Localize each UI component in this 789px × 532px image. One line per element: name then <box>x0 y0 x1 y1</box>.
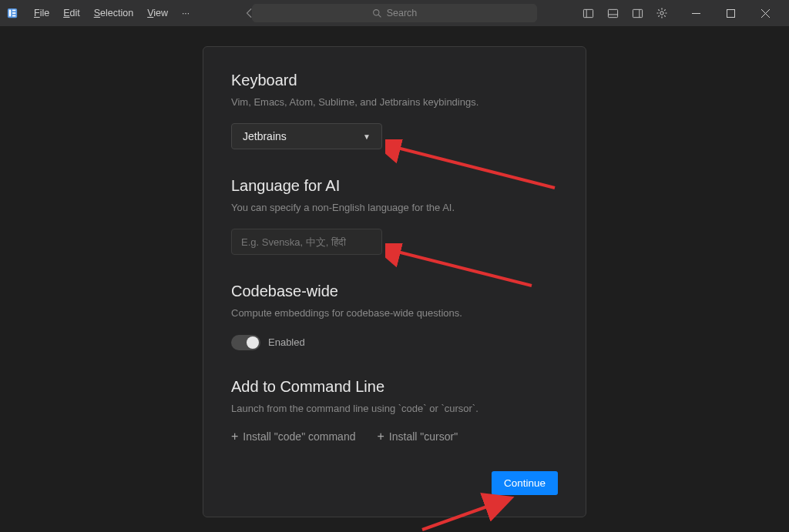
codebase-title: Codebase-wide <box>231 283 558 300</box>
install-code-label: Install "code" command <box>243 430 355 443</box>
svg-rect-2 <box>12 10 15 12</box>
language-input[interactable] <box>231 229 382 255</box>
search-placeholder: Search <box>387 8 418 18</box>
layout-panel-left-icon[interactable] <box>576 0 600 26</box>
plus-icon: + <box>231 430 238 443</box>
layout-panel-bottom-icon[interactable] <box>600 0 625 26</box>
chevron-down-icon: ▼ <box>363 132 371 141</box>
plus-icon: + <box>377 430 384 443</box>
menu-more[interactable]: ··· <box>176 5 196 22</box>
svg-rect-15 <box>727 9 735 17</box>
continue-button[interactable]: Continue <box>492 471 558 495</box>
titlebar-right <box>576 0 783 26</box>
section-cli: Add to Command Line Launch from the comm… <box>231 378 558 443</box>
install-cursor-button[interactable]: + Install "cursor" <box>377 430 458 443</box>
main-area: Keyboard Vim, Emacs, Atom, Sublime, and … <box>0 26 789 532</box>
search-icon <box>372 8 382 18</box>
install-code-button[interactable]: + Install "code" command <box>231 430 355 443</box>
keyboard-dropdown[interactable]: Jetbrains ▼ <box>231 123 382 149</box>
window-close[interactable] <box>748 0 783 26</box>
svg-rect-1 <box>9 10 12 17</box>
svg-rect-11 <box>633 9 642 17</box>
codebase-desc: Compute embeddings for codebase-wide que… <box>231 306 558 320</box>
cli-title: Add to Command Line <box>231 378 558 396</box>
keyboard-dropdown-value: Jetbrains <box>243 130 287 142</box>
keyboard-desc: Vim, Emacs, Atom, Sublime, and Jetbrains… <box>231 95 558 109</box>
window-maximize[interactable] <box>713 0 748 26</box>
language-title: Language for AI <box>231 177 558 195</box>
svg-rect-4 <box>12 15 15 17</box>
language-desc: You can specify a non-English language f… <box>231 201 558 215</box>
svg-rect-3 <box>12 12 15 14</box>
section-language: Language for AI You can specify a non-En… <box>231 177 558 255</box>
section-keyboard: Keyboard Vim, Emacs, Atom, Sublime, and … <box>231 72 558 149</box>
app-icon <box>6 7 18 19</box>
menu-file[interactable]: File <box>28 5 55 22</box>
search-box[interactable]: Search <box>252 4 537 22</box>
menu-edit[interactable]: Edit <box>57 5 86 22</box>
menu-selection[interactable]: Selection <box>88 5 139 22</box>
menu-view[interactable]: View <box>141 5 174 22</box>
layout-panel-right-icon[interactable] <box>625 0 650 26</box>
keyboard-title: Keyboard <box>231 72 558 89</box>
window-minimize[interactable] <box>679 0 713 26</box>
codebase-toggle[interactable] <box>231 335 260 350</box>
svg-rect-9 <box>608 9 617 17</box>
svg-line-6 <box>378 15 381 17</box>
settings-gear-icon[interactable] <box>650 0 674 26</box>
titlebar-left: File Edit Selection View ··· <box>6 5 276 22</box>
install-cursor-label: Install "cursor" <box>389 430 458 443</box>
titlebar: File Edit Selection View ··· Search <box>0 0 789 26</box>
section-codebase: Codebase-wide Compute embeddings for cod… <box>231 283 558 350</box>
svg-point-13 <box>660 12 663 15</box>
codebase-toggle-label: Enabled <box>268 336 305 348</box>
settings-card: Keyboard Vim, Emacs, Atom, Sublime, and … <box>203 46 586 517</box>
toggle-knob <box>247 336 259 349</box>
cli-desc: Launch from the command line using `code… <box>231 402 558 416</box>
svg-rect-7 <box>583 9 593 17</box>
svg-point-5 <box>373 9 378 15</box>
